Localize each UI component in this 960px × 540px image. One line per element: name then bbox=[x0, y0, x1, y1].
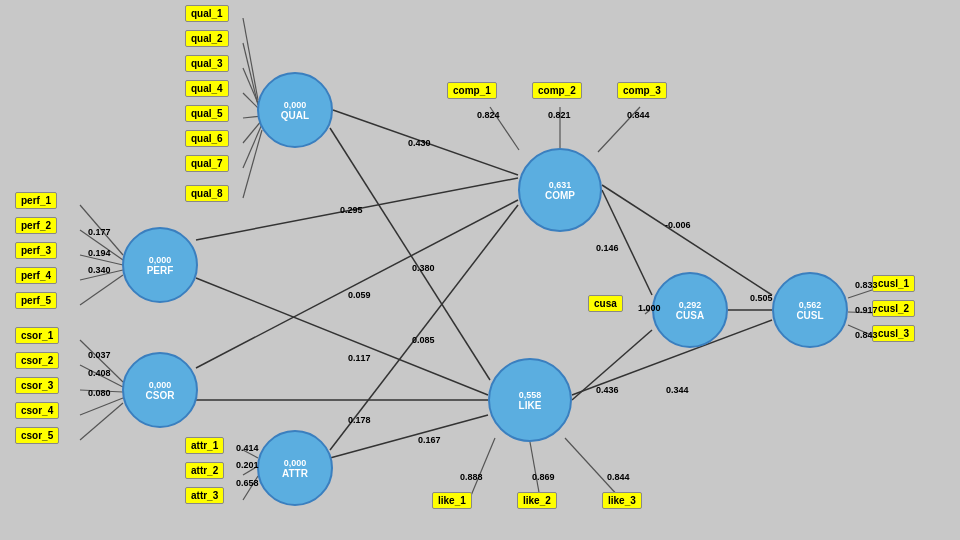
indicator-perf4: perf_4 bbox=[15, 267, 57, 284]
indicator-like3: like_3 bbox=[602, 492, 642, 509]
path-label-like3-load: 0.844 bbox=[607, 472, 630, 482]
node-QUAL: 0,000 QUAL bbox=[257, 72, 333, 148]
indicator-cusa: cusa bbox=[588, 295, 623, 312]
path-label-2: 0.380 bbox=[412, 263, 435, 273]
svg-line-7 bbox=[243, 130, 262, 198]
path-label-0: 0.430 bbox=[408, 138, 431, 148]
path-label-comp-cusl: -0.006 bbox=[665, 220, 691, 230]
path-label-4: 0.085 bbox=[412, 335, 435, 345]
path-label-csor3-load: 0.408 bbox=[88, 368, 111, 378]
indicator-qual4: qual_4 bbox=[185, 80, 229, 97]
indicator-qual8: qual_8 bbox=[185, 185, 229, 202]
svg-line-35 bbox=[196, 200, 518, 368]
path-label-perf3-load: 0.194 bbox=[88, 248, 111, 258]
indicator-cusl1: cusl_1 bbox=[872, 275, 915, 292]
indicator-qual6: qual_6 bbox=[185, 130, 229, 147]
indicator-csor2: csor_2 bbox=[15, 352, 59, 369]
indicator-cusl3: cusl_3 bbox=[872, 325, 915, 342]
path-label-csor4-load: 0.080 bbox=[88, 388, 111, 398]
path-label-like1-load: 0.888 bbox=[460, 472, 483, 482]
indicator-qual5: qual_5 bbox=[185, 105, 229, 122]
indicator-qual2: qual_2 bbox=[185, 30, 229, 47]
path-label-1: 0.295 bbox=[340, 205, 363, 215]
svg-line-1 bbox=[243, 43, 258, 105]
indicator-csor3: csor_3 bbox=[15, 377, 59, 394]
path-label-csor2-load: 0.037 bbox=[88, 350, 111, 360]
indicator-cusl2: cusl_2 bbox=[872, 300, 915, 317]
indicator-qual3: qual_3 bbox=[185, 55, 229, 72]
path-label-like-cusa: 0.436 bbox=[596, 385, 619, 395]
diagram: 0,000 QUAL 0,000 PERF 0,000 CSOR 0,000 A… bbox=[0, 0, 960, 540]
indicator-csor1: csor_1 bbox=[15, 327, 59, 344]
path-label-like-cusl: 0.344 bbox=[666, 385, 689, 395]
svg-line-26 bbox=[565, 438, 620, 498]
path-label-like2-load: 0.869 bbox=[532, 472, 555, 482]
path-label-cusa-ind: 1.000 bbox=[638, 303, 661, 313]
path-label-comp-cusa: 0.146 bbox=[596, 243, 619, 253]
indicator-comp2: comp_2 bbox=[532, 82, 582, 99]
node-ATTR: 0,000 ATTR bbox=[257, 430, 333, 506]
indicator-csor4: csor_4 bbox=[15, 402, 59, 419]
path-label-3: 0.059 bbox=[348, 290, 371, 300]
path-label-comp2-load: 0.821 bbox=[548, 110, 571, 120]
indicator-attr2: attr_2 bbox=[185, 462, 224, 479]
svg-line-24 bbox=[470, 438, 495, 498]
node-CUSA: 0,292 CUSA bbox=[652, 272, 728, 348]
indicator-comp1: comp_1 bbox=[447, 82, 497, 99]
path-label-6: 0.178 bbox=[348, 415, 371, 425]
path-label-7: 0.167 bbox=[418, 435, 441, 445]
path-label-perf2-load: 0.177 bbox=[88, 227, 111, 237]
path-label-perf4-load: 0.340 bbox=[88, 265, 111, 275]
svg-line-0 bbox=[243, 18, 258, 100]
path-label-comp3-load: 0.844 bbox=[627, 110, 650, 120]
node-CSOR: 0,000 CSOR bbox=[122, 352, 198, 428]
path-label-attr2: 0.201 bbox=[236, 460, 259, 470]
indicator-perf5: perf_5 bbox=[15, 292, 57, 309]
indicator-perf3: perf_3 bbox=[15, 242, 57, 259]
node-PERF: 0,000 PERF bbox=[122, 227, 198, 303]
indicator-perf2: perf_2 bbox=[15, 217, 57, 234]
path-label-cusa-cusl: 0.505 bbox=[750, 293, 773, 303]
path-label-comp1-load: 0.824 bbox=[477, 110, 500, 120]
svg-line-12 bbox=[80, 275, 123, 305]
indicator-attr3: attr_3 bbox=[185, 487, 224, 504]
indicator-qual1: qual_1 bbox=[185, 5, 229, 22]
path-label-cusl1-load: 0.833 bbox=[855, 280, 878, 290]
path-label-attr3: 0.658 bbox=[236, 478, 259, 488]
indicator-comp3: comp_3 bbox=[617, 82, 667, 99]
svg-line-25 bbox=[530, 442, 540, 498]
indicator-csor5: csor_5 bbox=[15, 427, 59, 444]
indicator-qual7: qual_7 bbox=[185, 155, 229, 172]
svg-line-32 bbox=[330, 128, 490, 380]
node-LIKE: 0,558 LIKE bbox=[488, 358, 572, 442]
indicator-perf1: perf_1 bbox=[15, 192, 57, 209]
indicator-attr1: attr_1 bbox=[185, 437, 224, 454]
svg-line-34 bbox=[196, 278, 488, 395]
path-label-cusl3-load: 0.843 bbox=[855, 330, 878, 340]
svg-line-16 bbox=[80, 398, 123, 415]
svg-line-6 bbox=[243, 124, 262, 168]
indicator-like1: like_1 bbox=[432, 492, 472, 509]
svg-line-17 bbox=[80, 403, 123, 440]
path-label-5: 0.117 bbox=[348, 353, 371, 363]
indicator-like2: like_2 bbox=[517, 492, 557, 509]
node-CUSL: 0,562 CUSL bbox=[772, 272, 848, 348]
node-COMP: 0,631 COMP bbox=[518, 148, 602, 232]
path-label-attr1: 0.414 bbox=[236, 443, 259, 453]
path-label-cusl2-load: 0.917 bbox=[855, 305, 878, 315]
